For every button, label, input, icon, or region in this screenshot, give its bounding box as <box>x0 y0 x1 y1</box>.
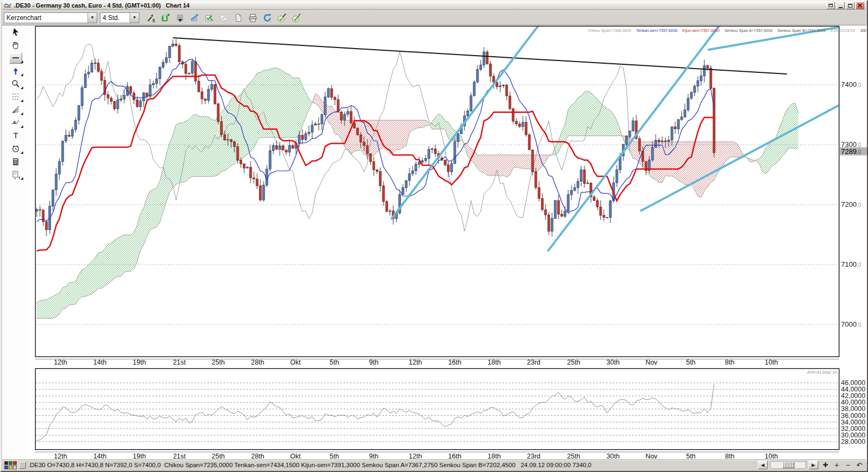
zoom-in-button[interactable]: + <box>832 461 841 469</box>
timeframe-value: 4 Std. <box>100 13 130 23</box>
fan-lines-tool[interactable] <box>2 103 29 116</box>
svg-text:Okt: Okt <box>290 359 301 366</box>
timeframe-dropdown[interactable]: 4 Std. ▼ <box>100 12 139 23</box>
uparrow-icon <box>9 65 22 77</box>
print-button[interactable] <box>246 11 259 24</box>
svg-text:8th: 8th <box>725 453 734 460</box>
svg-text:10th: 10th <box>765 359 778 366</box>
svg-text:28,0000: 28,0000 <box>841 438 865 446</box>
close-button[interactable] <box>856 2 864 9</box>
pitchfork-tool[interactable] <box>2 116 29 129</box>
chart-type-value: Kerzenchart <box>4 13 88 23</box>
scroll-left-button[interactable]: ◀ <box>758 461 768 469</box>
svg-text:7000,0: 7000,0 <box>841 320 862 328</box>
svg-text:7400,0: 7400,0 <box>841 80 862 89</box>
auto-update-button[interactable] <box>275 11 288 24</box>
svg-text:12th: 12th <box>54 453 67 460</box>
chart-logo-icon <box>4 1 11 10</box>
svg-text:T: T <box>13 131 18 140</box>
snapshot-tool[interactable] <box>2 168 29 181</box>
svg-text:19th: 19th <box>133 453 146 460</box>
atr-legend: ATR=41,9092 14 <box>807 370 837 375</box>
svg-text:5th: 5th <box>329 359 339 366</box>
chart-type-dropdown[interactable]: Kerzenchart ▼ <box>4 12 97 23</box>
zoom-out-button[interactable]: − <box>844 461 852 469</box>
text-icon: T <box>9 130 22 141</box>
svg-text:9th: 9th <box>369 453 378 460</box>
apply-edit-button[interactable] <box>203 11 216 24</box>
svg-text:25th: 25th <box>212 359 225 366</box>
link-color-squares <box>4 461 17 469</box>
template-button[interactable] <box>232 11 245 24</box>
svg-text:5th: 5th <box>686 359 695 366</box>
svg-text:30th: 30th <box>607 453 620 460</box>
zoom-icon <box>9 78 22 90</box>
svg-text:7289,0: 7289,0 <box>841 147 862 156</box>
close-icon <box>858 3 862 8</box>
svg-text:28th: 28th <box>251 453 264 460</box>
shade-button[interactable] <box>826 2 835 9</box>
pitchfork-icon <box>9 117 22 129</box>
svg-text:14th: 14th <box>93 453 106 460</box>
svg-text:Nov: Nov <box>645 359 658 366</box>
indicator-button[interactable] <box>188 11 201 24</box>
calculator-tool[interactable] <box>2 155 29 168</box>
pan-tool[interactable] <box>2 38 29 51</box>
svg-text:25th: 25th <box>212 453 225 460</box>
pointer-tool[interactable] <box>2 25 29 38</box>
chevron-down-icon[interactable]: ▼ <box>130 13 139 23</box>
pagerotate-icon <box>9 169 22 180</box>
svg-text:10th: 10th <box>765 453 778 460</box>
fibonacci-tool[interactable] <box>2 90 29 103</box>
trend-arrow-tool[interactable] <box>2 64 29 77</box>
fan-icon <box>9 104 22 116</box>
svg-text:$: $ <box>163 15 166 21</box>
scrollbar[interactable] <box>770 461 806 469</box>
svg-text:19th: 19th <box>133 359 146 366</box>
chart-canvas[interactable]: 7400,07300,07200,07100,07000,07289,0Chik… <box>1 1 868 472</box>
window-title: .DE30 - Germany 30 cash, Euro - 4 Std. (… <box>14 2 190 9</box>
svg-text:$: $ <box>152 17 155 23</box>
svg-text:21st: 21st <box>173 453 186 460</box>
maximize-button[interactable] <box>846 2 854 9</box>
text-tool[interactable]: T <box>2 129 29 142</box>
scroll-right-button[interactable]: ▶ <box>809 461 818 469</box>
fib-icon <box>9 91 22 103</box>
minimize-button[interactable] <box>836 2 845 9</box>
svg-text:25th: 25th <box>567 359 580 366</box>
add-symbol-button[interactable]: $ <box>159 11 172 24</box>
chart-link-button[interactable] <box>19 462 26 469</box>
refresh-button[interactable] <box>261 11 274 24</box>
calc-icon <box>9 156 22 167</box>
grid-settings-button[interactable] <box>173 11 186 24</box>
svg-text:12th: 12th <box>54 359 67 366</box>
svg-text:5th: 5th <box>329 453 339 460</box>
zoom-tool[interactable] <box>2 77 29 90</box>
line-study-button[interactable] <box>217 11 230 24</box>
titlebar: .DE30 - Germany 30 cash, Euro - 4 Std. (… <box>2 1 866 10</box>
svg-text:5th: 5th <box>686 453 695 460</box>
svg-text:28th: 28th <box>251 359 264 366</box>
svg-text:Okt: Okt <box>290 453 301 460</box>
status-bar: .DE30 O=7430,8 H=7430,8 N=7392,0 S=7400,… <box>2 460 866 470</box>
chevron-down-icon[interactable]: ▼ <box>88 13 97 23</box>
tool-palette: T <box>2 25 29 461</box>
alert-tool[interactable] <box>2 142 29 155</box>
hand-icon <box>9 39 22 51</box>
svg-text:30th: 30th <box>607 359 620 366</box>
svg-text:25th: 25th <box>567 453 580 460</box>
pan-mode-button[interactable]: ✚ <box>821 461 830 469</box>
scrollbar-thumb[interactable] <box>783 462 795 468</box>
horizontal-line-tool[interactable] <box>2 51 29 64</box>
auto-update-alt-button[interactable] <box>290 11 303 24</box>
undo-button[interactable]: ↶ <box>855 461 864 469</box>
svg-text:16th: 16th <box>448 359 461 366</box>
price-arrow-button[interactable]: $ <box>144 11 157 24</box>
chart-window: 7400,07300,07200,07100,07000,07289,0Chik… <box>0 0 868 472</box>
status-text: .DE30 O=7430,8 H=7430,8 N=7392,0 S=7400,… <box>28 462 591 468</box>
hline-icon <box>9 52 22 64</box>
svg-text:14th: 14th <box>93 359 106 366</box>
svg-text:23rd: 23rd <box>527 453 540 460</box>
svg-text:9th: 9th <box>369 359 378 366</box>
clock-icon <box>9 143 22 154</box>
